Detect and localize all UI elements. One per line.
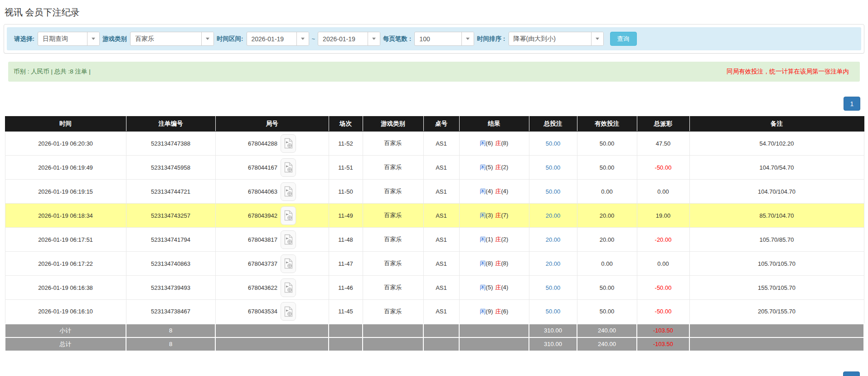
table-row[interactable]: 2026-01-19 06:19:15523134744721678044063… bbox=[5, 180, 864, 204]
video-file-icon bbox=[284, 210, 293, 221]
total-bet-link[interactable]: 20.00 bbox=[546, 236, 561, 243]
column-header-8: 有效投注 bbox=[577, 117, 637, 132]
player-result-label: 闲 bbox=[480, 236, 486, 243]
video-file-icon bbox=[284, 162, 293, 173]
grand-total-label: 总计 bbox=[5, 337, 126, 351]
banker-result-score: (2) bbox=[501, 236, 509, 243]
grand-total-row: 总计 8 310.00 240.00 -103.50 bbox=[5, 337, 864, 351]
banker-result-label: 庄 bbox=[495, 308, 501, 315]
video-replay-button[interactable] bbox=[281, 158, 296, 177]
cell-session: 11-50 bbox=[329, 180, 363, 204]
video-replay-button[interactable] bbox=[281, 302, 296, 321]
player-result-label: 闲 bbox=[480, 140, 486, 146]
table-row[interactable]: 2026-01-19 06:19:49523134745958678044167… bbox=[5, 156, 864, 180]
chevron-down-icon bbox=[87, 32, 99, 45]
summary-empty-cell bbox=[423, 324, 459, 337]
banker-result-score: (4) bbox=[501, 284, 509, 291]
query-type-select[interactable]: 日期查询 bbox=[38, 32, 100, 46]
total-bet-link[interactable]: 20.00 bbox=[546, 212, 561, 219]
query-type-label: 请选择: bbox=[14, 35, 34, 43]
cell-payout: -50.00 bbox=[637, 300, 689, 324]
total-bet-link[interactable]: 50.00 bbox=[546, 308, 561, 315]
summary-empty-cell bbox=[363, 324, 423, 337]
cell-bet-id: 523134747388 bbox=[126, 132, 215, 156]
cell-table: AS1 bbox=[423, 276, 459, 300]
round-number: 678044063 bbox=[248, 188, 277, 195]
video-replay-button[interactable] bbox=[281, 206, 296, 225]
cell-game: 百家乐 bbox=[363, 180, 423, 204]
table-row[interactable]: 2026-01-19 06:18:34523134743257678043942… bbox=[5, 204, 864, 228]
table-row[interactable]: 2026-01-19 06:17:51523134741794678043817… bbox=[5, 228, 864, 252]
date-from-picker[interactable]: 2026-01-19 bbox=[247, 32, 309, 46]
table-row[interactable]: 2026-01-19 06:17:22523134740863678043737… bbox=[5, 252, 864, 276]
column-header-7: 总投注 bbox=[529, 117, 577, 132]
cell-session: 11-45 bbox=[329, 300, 363, 324]
total-bet-link[interactable]: 50.00 bbox=[546, 140, 561, 147]
table-row[interactable]: 2026-01-19 06:16:10523134738467678043534… bbox=[5, 300, 864, 324]
cell-round: 678043534 bbox=[215, 300, 329, 324]
cell-game: 百家乐 bbox=[363, 156, 423, 180]
subtotal-row: 小计 8 310.00 240.00 -103.50 bbox=[5, 324, 864, 337]
pagination-page-button-bottom[interactable]: 1 bbox=[843, 371, 860, 376]
video-replay-button[interactable] bbox=[281, 230, 296, 249]
total-bet-link[interactable]: 50.00 bbox=[546, 164, 561, 171]
page-size-value: 100 bbox=[415, 32, 461, 45]
page-size-select[interactable]: 100 bbox=[414, 32, 474, 46]
summary-empty-cell bbox=[459, 324, 529, 337]
cell-table: AS1 bbox=[423, 180, 459, 204]
cell-result: 闲(5)庄(2) bbox=[459, 156, 529, 180]
banker-result-label: 庄 bbox=[495, 284, 501, 291]
player-result-score: (8) bbox=[486, 260, 493, 267]
round-number: 678043817 bbox=[248, 236, 277, 243]
video-file-icon bbox=[284, 186, 293, 197]
summary-empty-cell bbox=[329, 337, 363, 351]
cell-bet-id: 523134738467 bbox=[126, 300, 215, 324]
banker-result-score: (6) bbox=[501, 308, 509, 315]
video-replay-button[interactable] bbox=[281, 182, 296, 201]
banker-result-label: 庄 bbox=[495, 140, 501, 146]
cell-total-bet: 50.00 bbox=[529, 132, 577, 156]
time-sort-value: 降幂(由大到小) bbox=[509, 32, 591, 45]
cell-game: 百家乐 bbox=[363, 276, 423, 300]
video-file-icon bbox=[284, 138, 293, 149]
total-bet-link[interactable]: 20.00 bbox=[546, 260, 561, 267]
cell-total-bet: 20.00 bbox=[529, 204, 577, 228]
video-replay-button[interactable] bbox=[281, 254, 296, 273]
player-result-label: 闲 bbox=[480, 308, 486, 315]
player-result-score: (6) bbox=[486, 140, 493, 146]
player-result-label: 闲 bbox=[480, 284, 486, 291]
cell-table: AS1 bbox=[423, 132, 459, 156]
pagination-page-button[interactable]: 1 bbox=[844, 97, 860, 111]
table-header-row: 时间注单编号局号场次游戏类别桌号结果总投注有效投注总派彩备注 bbox=[5, 117, 864, 132]
banker-result-label: 庄 bbox=[495, 260, 501, 267]
chevron-down-icon bbox=[296, 32, 309, 45]
date-from-value: 2026-01-19 bbox=[247, 32, 296, 45]
column-header-3: 场次 bbox=[329, 117, 363, 132]
total-bet-link[interactable]: 50.00 bbox=[546, 188, 561, 195]
table-row[interactable]: 2026-01-19 06:16:38523134739493678043622… bbox=[5, 276, 864, 300]
cell-remark: 105.70/85.70 bbox=[689, 228, 864, 252]
video-file-icon bbox=[284, 306, 293, 317]
valid-bet-notice: 同局有效投注，统一计算在该局第一张注单内 bbox=[727, 68, 849, 76]
video-replay-button[interactable] bbox=[281, 278, 296, 297]
column-header-0: 时间 bbox=[5, 117, 126, 132]
date-to-picker[interactable]: 2026-01-19 bbox=[318, 32, 380, 46]
game-category-select[interactable]: 百家乐 bbox=[130, 32, 214, 46]
column-header-6: 结果 bbox=[459, 117, 529, 132]
cell-result: 闲(6)庄(8) bbox=[459, 132, 529, 156]
summary-empty-cell bbox=[423, 337, 459, 351]
table-row[interactable]: 2026-01-19 06:20:30523134747388678044288… bbox=[5, 132, 864, 156]
cell-time: 2026-01-19 06:17:22 bbox=[5, 252, 126, 276]
total-bet-link[interactable]: 50.00 bbox=[546, 284, 561, 291]
cell-game: 百家乐 bbox=[363, 300, 423, 324]
time-sort-select[interactable]: 降幂(由大到小) bbox=[509, 32, 604, 46]
video-replay-button[interactable] bbox=[281, 134, 296, 153]
search-button[interactable]: 查询 bbox=[610, 32, 637, 46]
summary-empty-cell bbox=[689, 337, 864, 351]
banker-result-label: 庄 bbox=[495, 164, 501, 171]
round-number: 678043942 bbox=[248, 212, 277, 219]
video-file-icon bbox=[284, 234, 293, 245]
column-header-5: 桌号 bbox=[423, 117, 459, 132]
cell-total-bet: 50.00 bbox=[529, 276, 577, 300]
page-title: 视讯 会员下注纪录 bbox=[5, 6, 868, 19]
